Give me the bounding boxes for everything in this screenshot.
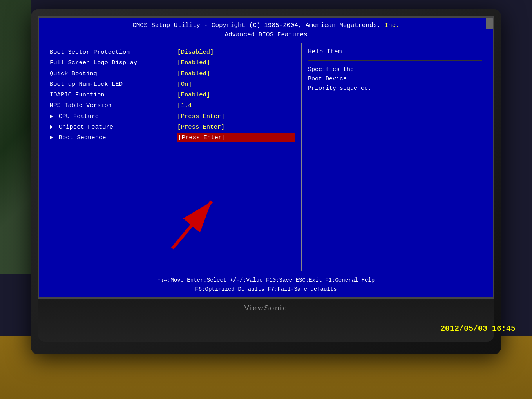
bios-interface: CMOS Setup Utility - Copyright (C) 1985-… (39, 18, 493, 297)
menu-label-mps: MPS Table Version (50, 101, 177, 110)
menu-label-boot-sequence: ▶ Boot Sequence (50, 133, 177, 142)
monitor-brand: ViewSonic (244, 304, 288, 312)
menu-value-boot-sequence: [Press Enter] (177, 133, 295, 142)
help-panel-title: Help Item (308, 47, 482, 56)
footer-row-2: F6:Optimized Defaults F7:Fail-Safe defau… (43, 285, 489, 294)
help-panel-text: Specifies the Boot Device Priority seque… (308, 65, 482, 93)
monitor-bezel: CMOS Setup Utility - Copyright (C) 1985-… (31, 9, 501, 354)
left-decoration (0, 0, 31, 274)
menu-label-chipset-feature: ▶ Chipset Feature (50, 123, 177, 132)
menu-value-numlock: [On] (177, 80, 295, 89)
menu-item-mps[interactable]: MPS Table Version [1.4] (50, 100, 295, 111)
menu-label-cpu-feature: ▶ CPU Feature (50, 112, 177, 121)
bios-help-panel: Help Item Specifies the Boot Device Prio… (302, 43, 489, 271)
screen-glare (486, 18, 493, 29)
menu-label-quick-booting: Quick Booting (50, 69, 177, 78)
red-arrow-svg (149, 190, 227, 252)
bios-footer: ↑↓↔:Move Enter:Select +/-/:Value F10:Sav… (43, 273, 489, 296)
menu-item-logo-display[interactable]: Full Screen Logo Display [Enabled] (50, 58, 295, 68)
svg-line-1 (172, 201, 212, 248)
help-text-line1: Specifies the (308, 66, 354, 73)
menu-value-mps: [1.4] (177, 101, 295, 110)
bios-copyright: CMOS Setup Utility - Copyright (C) 1985-… (39, 21, 493, 30)
menu-value-logo-display: [Enabled] (177, 58, 295, 67)
help-text-line3: Priority sequence. (308, 85, 371, 92)
menu-item-boot-sequence[interactable]: ▶ Boot Sequence [Press Enter] (50, 132, 295, 143)
bios-main-panel: Boot Sector Protection [Disabled] Full S… (43, 43, 489, 271)
bios-header: CMOS Setup Utility - Copyright (C) 1985-… (39, 18, 493, 41)
menu-value-chipset-feature: [Press Enter] (177, 123, 295, 132)
bios-subtitle: Advanced BIOS Features (39, 30, 493, 40)
submenu-arrow-cpu: ▶ (50, 113, 53, 120)
monitor-screen: CMOS Setup Utility - Copyright (C) 1985-… (38, 16, 494, 299)
menu-item-quick-booting[interactable]: Quick Booting [Enabled] (50, 69, 295, 79)
copyright-text-plain: CMOS Setup Utility - Copyright (C) 1985-… (132, 22, 384, 29)
menu-label-ioapic: IOAPIC Function (50, 91, 177, 100)
copyright-inc: Inc. (384, 22, 399, 29)
menu-value-quick-booting: [Enabled] (177, 69, 295, 78)
menu-value-boot-sector: [Disabled] (177, 48, 295, 57)
menu-item-chipset-feature[interactable]: ▶ Chipset Feature [Press Enter] (50, 122, 295, 132)
menu-item-ioapic[interactable]: IOAPIC Function [Enabled] (50, 90, 295, 100)
menu-item-cpu-feature[interactable]: ▶ CPU Feature [Press Enter] (50, 111, 295, 122)
menu-label-numlock: Boot up Num-Lock LED (50, 80, 177, 89)
menu-item-boot-sector[interactable]: Boot Sector Protection [Disabled] (50, 47, 295, 58)
bios-menu-panel[interactable]: Boot Sector Protection [Disabled] Full S… (43, 43, 302, 271)
submenu-arrow-chipset: ▶ (50, 123, 53, 131)
menu-label-logo-display: Full Screen Logo Display (50, 58, 177, 67)
monitor-bottom-bezel: ViewSonic (38, 299, 494, 342)
timestamp-overlay: 2012/05/03 16:45 (440, 324, 516, 333)
footer-row-1: ↑↓↔:Move Enter:Select +/-/:Value F10:Sav… (43, 276, 489, 285)
menu-value-cpu-feature: [Press Enter] (177, 112, 295, 121)
menu-item-numlock[interactable]: Boot up Num-Lock LED [On] (50, 79, 295, 90)
help-text-line2: Boot Device (308, 76, 347, 82)
submenu-arrow-boot: ▶ (50, 134, 53, 141)
menu-label-boot-sector: Boot Sector Protection (50, 48, 177, 57)
help-divider (308, 60, 482, 61)
menu-value-ioapic: [Enabled] (177, 91, 295, 100)
